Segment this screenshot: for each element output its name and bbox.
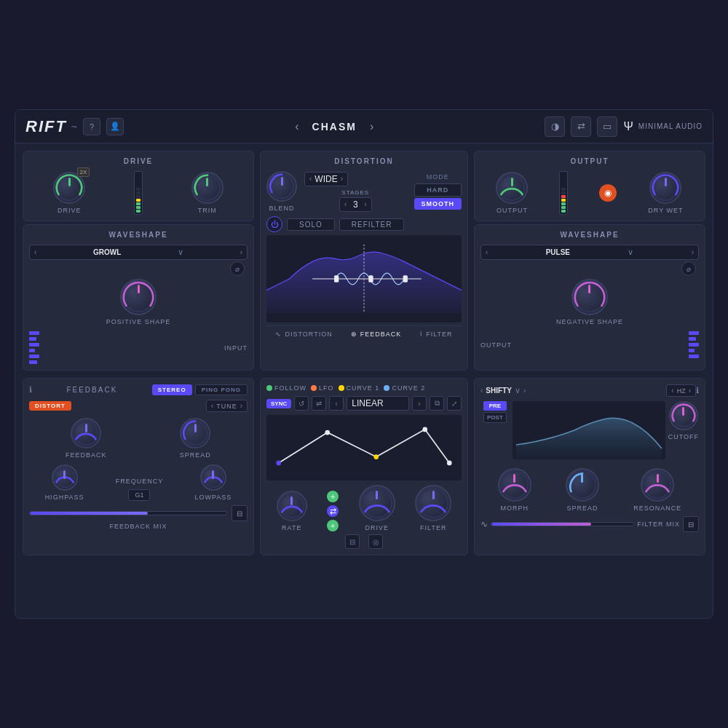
waveshape-left-selector[interactable]: ‹ GROWL ∨ › [29,245,248,260]
stereo-button[interactable]: STEREO [152,384,192,395]
ws-left-dropdown[interactable]: ∨ [178,248,183,257]
trim-knob[interactable] [191,172,223,204]
filter-mix-slider[interactable] [491,522,634,526]
filter-spread-label: SPREAD [566,505,598,512]
lfo-tab[interactable]: LFO [311,384,334,392]
curve1-dot [339,385,344,391]
hard-mode-button[interactable]: HARD [414,183,462,197]
highpass-knob[interactable] [52,464,78,491]
preset-next-button[interactable]: › [370,120,373,133]
stages-prev[interactable]: ‹ [344,200,347,208]
post-button[interactable]: POST [483,412,507,423]
preset-prev-button[interactable]: ‹ [295,120,298,133]
rate-knob[interactable] [277,491,307,521]
filter-info-icon[interactable]: ℹ [696,386,699,395]
output-knob[interactable] [496,172,528,204]
lfo-type-btn-2[interactable]: ⇌ [312,396,326,411]
negative-shape-knob[interactable] [571,279,608,315]
lfo-expand-btn[interactable]: ⤢ [447,396,462,411]
ws-right-next[interactable]: › [692,248,694,256]
tune-prev[interactable]: ‹ [211,402,213,410]
tune-next[interactable]: › [240,402,242,410]
scope-button[interactable]: ◉ [599,184,617,202]
refilter-button[interactable]: REFILTER [339,218,405,231]
filter-next[interactable]: › [523,387,526,395]
smooth-mode-button[interactable]: SMOOTH [414,198,462,210]
lfo-copy-btn[interactable]: ⧉ [430,396,444,411]
stages-next[interactable]: › [364,200,366,208]
output-vu-meter [559,171,568,215]
waveshape-right-selector[interactable]: ‹ PULSE ∨ › [480,245,699,260]
mod-drive-label: DRIVE [365,524,389,531]
user-button[interactable]: 👤 [106,118,124,135]
solo-button[interactable]: SOLO [287,218,335,231]
wide-prev[interactable]: ‹ [309,175,312,183]
pre-button[interactable]: PRE [483,401,507,411]
ws-right-prev[interactable]: ‹ [486,248,488,256]
filter-display [513,401,665,459]
power-button[interactable]: ⏻ [266,216,282,232]
mod-add-btn-1[interactable]: + [327,491,339,502]
feedback-tab[interactable]: ⊛ FEEDBACK [345,329,408,339]
filter-prev[interactable]: ‹ [480,387,483,395]
filter-svg [513,401,665,459]
resonance-knob[interactable] [641,468,674,502]
mod-add-btn-2[interactable]: + [327,520,339,531]
contrast-button[interactable]: ◑ [545,116,565,137]
lfo-type-btn-3[interactable]: ‹ [329,396,344,411]
feedback-mix-slider[interactable] [29,511,227,515]
wave-bar-1 [29,331,39,335]
positive-shape-label: POSITIVE SHAPE [106,318,171,325]
follow-tab[interactable]: FOLLOW [266,384,306,392]
wide-next[interactable]: › [341,175,343,183]
waveshape-right-link[interactable]: ⌀ [681,261,696,276]
vu-seg-1 [136,210,141,213]
ws-left-prev[interactable]: ‹ [34,248,36,256]
morph-knob[interactable] [498,468,531,502]
lfo-type-btn-4[interactable]: › [412,396,427,411]
feedback-info-icon[interactable]: ℹ [29,385,32,395]
mod-bottom-btn-1[interactable]: ⊟ [345,534,360,549]
positive-shape-knob[interactable] [120,279,157,315]
lfo-type-btn-1[interactable]: ↺ [294,396,309,411]
distortion-tab[interactable]: ∿ DISTORTION [269,329,338,339]
vu-seg-5 [136,195,141,198]
filter-spread-knob[interactable] [566,468,599,502]
shuffle-button[interactable]: ⇄ [571,116,591,137]
distort-button[interactable]: DISTORT [29,401,71,411]
mod-random-btn[interactable]: ⇄ [327,505,339,517]
ws-left-next[interactable]: › [240,248,242,256]
drive-knob-container: 2X DRIVE [53,172,85,214]
help-button[interactable]: ? [83,118,100,135]
hz-prev[interactable]: ‹ [671,387,673,395]
ping-pong-button[interactable]: PING PONG [195,384,248,395]
output-knobs: OUTPUT [480,171,699,215]
mod-bottom-btn-2[interactable]: ◎ [368,534,383,549]
ma-icon: Ψ [623,120,633,133]
waveshape-right-panel: WAVESHAPE ‹ PULSE ∨ › ⌀ [474,224,705,371]
blend-knob[interactable] [266,171,297,202]
filter-piano-btn[interactable]: ⊟ [683,516,699,532]
mod-filter-knob[interactable] [415,485,451,521]
piano-button[interactable]: ⊟ [232,505,248,521]
filter-dropdown[interactable]: ∨ [515,386,521,395]
waveshape-left-link[interactable]: ⌀ [230,261,245,276]
waveshape-left-panel: WAVESHAPE ‹ GROWL ∨ › ⌀ [23,224,254,371]
ws-right-dropdown[interactable]: ∨ [628,248,633,257]
save-button[interactable]: ▭ [597,116,617,137]
out-wave-3 [689,343,699,347]
curve1-tab[interactable]: CURVE 1 [339,384,380,392]
lowpass-knob[interactable] [200,464,226,491]
vu-seg-3 [136,202,141,205]
mod-drive-knob[interactable] [359,485,395,521]
add-icon-2: + [331,521,335,530]
cutoff-knob[interactable] [669,401,698,430]
filter-tab[interactable]: ⌇ FILTER [414,329,458,339]
feedback-spread-knob[interactable] [180,418,210,448]
hz-next[interactable]: › [689,387,691,395]
feedback-knob[interactable] [71,418,101,448]
drywet-knob[interactable] [649,172,681,204]
plugin-container: RIFT ~ ? 👤 ‹ CHASM › ◑ ⇄ ▭ Ψ MINIMA [15,109,713,619]
curve2-tab[interactable]: CURVE 2 [384,384,425,392]
sync-tag[interactable]: SYNC [266,399,291,408]
